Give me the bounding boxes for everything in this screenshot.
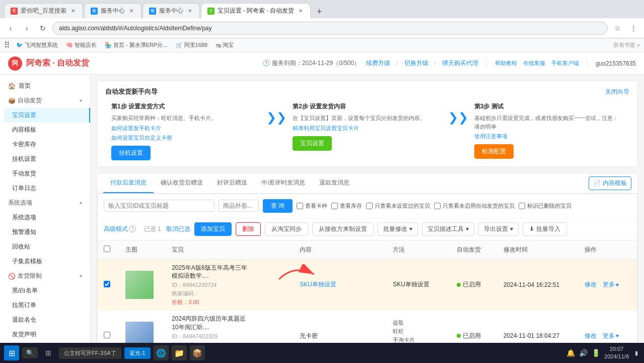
renew-link[interactable]: 续费升级	[366, 59, 390, 68]
taskbar-blue-btn[interactable]: 蓝光-1	[124, 347, 151, 359]
sidebar-item-recycle[interactable]: 回收站	[4, 239, 90, 254]
start-btn[interactable]: ⊞	[4, 345, 19, 360]
sidebar-item-order-log[interactable]: 订单日志	[4, 181, 90, 196]
row1-edit-btn[interactable]: 修改	[585, 281, 597, 288]
bookmark-1[interactable]: 🐦 飞鸿智慧系统	[14, 40, 60, 50]
bookmark-btn[interactable]: ☆	[611, 22, 624, 35]
proxy-link[interactable]: 绑天购买代理	[442, 59, 478, 68]
sidebar-item-refund-name[interactable]: 退款名仓	[4, 313, 90, 327]
delete-btn[interactable]: 删除	[236, 222, 261, 236]
help-link[interactable]: 帮助教程	[495, 59, 517, 67]
guide-step-2-btn[interactable]: 宝贝设置	[293, 136, 332, 151]
guide-step-2-link1[interactable]: 精准利用宝贝设置宝贝卡片	[293, 125, 442, 132]
search-input[interactable]	[104, 200, 214, 212]
checkbox-unset-input[interactable]	[366, 203, 373, 209]
tab-4-close[interactable]: ✕	[297, 8, 304, 15]
menu-btn[interactable]: ⋮	[627, 22, 640, 35]
mobile-link[interactable]: 手机客户端	[551, 59, 579, 67]
bookmark-5[interactable]: 🛍 淘宝	[213, 40, 236, 50]
sidebar-item-alert[interactable]: 预警通知	[4, 225, 90, 239]
sidebar-item-card-stock[interactable]: 卡密库存	[4, 137, 90, 152]
copy-from-taobao-btn[interactable]: 从淘宝同步	[265, 222, 308, 236]
row1-more-btn[interactable]: 更多 ▾	[603, 280, 619, 289]
tab-3-close[interactable]: ✕	[186, 8, 193, 15]
checkbox-disabled-input[interactable]	[434, 203, 441, 209]
sys-settings-header[interactable]: 系统选项 ▾	[0, 196, 90, 210]
tab-nav-pay-after[interactable]: 付款后发消息	[103, 173, 154, 193]
auto-delivery-header[interactable]: 📦 自动发货 ▾	[0, 93, 90, 108]
row1-check[interactable]	[98, 259, 119, 311]
select-all-checkbox[interactable]	[104, 246, 110, 252]
switch-upgrade-link[interactable]: 切换升级	[404, 59, 428, 68]
guide-step-1-btn[interactable]: 挂机设置	[111, 146, 151, 160]
sidebar-item-baobei[interactable]: 宝贝设置	[4, 108, 90, 123]
row2-edit-btn[interactable]: 修改	[585, 332, 597, 339]
row1-checkbox[interactable]	[104, 281, 110, 287]
sidebar-item-sys[interactable]: 系统选项	[4, 210, 90, 225]
delivery-limit-header[interactable]: 🚫 发货限制 ▾	[0, 269, 90, 283]
product-desc-tool-dropdown[interactable]: 宝贝描述工具 ▾	[422, 222, 474, 236]
guide-step-3-link1[interactable]: 使用注意事项	[474, 133, 623, 140]
tab-2[interactable]: 服 服务中心 ✕	[84, 3, 141, 18]
content-template-btn[interactable]: 📄 内容模板	[589, 176, 631, 190]
copy-settings-btn[interactable]: 从接收方来制设置	[312, 222, 374, 236]
taskbar-show-desktop[interactable]: ▮	[633, 349, 640, 357]
guide-step-3-btn[interactable]: 检测配置	[474, 144, 514, 159]
sidebar-item-home[interactable]: 🏠 首页	[0, 79, 90, 93]
tab-1[interactable]: 爱 爱你吧_百度搜索 ✕	[4, 3, 83, 18]
batch-import-btn[interactable]: ⬇ 批量导入	[523, 222, 567, 236]
sidebar-item-hang-settings[interactable]: 挂机设置	[4, 152, 90, 166]
refresh-btn[interactable]: ↻	[36, 22, 49, 35]
taskbar-task-view[interactable]: ⊞	[41, 345, 56, 360]
address-input[interactable]	[52, 22, 608, 35]
tab-nav-bad-review[interactable]: 中/差评时发消息	[254, 173, 312, 193]
tab-nav-confirm-after[interactable]: 确认收货后赠送	[154, 173, 210, 193]
back-btn[interactable]: ‹	[4, 22, 17, 35]
row2-checkbox[interactable]	[104, 332, 110, 338]
search-input-2[interactable]	[219, 200, 259, 212]
tab-nav-refund-msg[interactable]: 退款发消息	[312, 173, 356, 193]
guide-close-btn[interactable]: 关闭向导	[605, 88, 629, 96]
checkbox-card[interactable]: 查看卡种	[297, 202, 327, 210]
checkbox-unset[interactable]: 只查看未设置过的宝贝	[366, 202, 430, 210]
bookmark-4[interactable]: 🛒 阿里1688	[174, 40, 209, 50]
tab-4-active[interactable]: 宝 宝贝设置 - 阿奇索 · 自动发货 ✕	[201, 3, 311, 18]
add-product-btn[interactable]: 添加宝贝	[194, 222, 232, 236]
checkbox-deleted[interactable]: 标识已删除的宝贝	[519, 202, 571, 210]
sidebar-item-delivery-statement[interactable]: 发货声明	[4, 327, 90, 342]
apps-icon[interactable]: ⠿	[4, 40, 10, 50]
checkbox-card-input[interactable]	[297, 203, 303, 209]
sidebar-item-content-template[interactable]: 内容模板	[4, 123, 90, 137]
online-service-link[interactable]: 在线客服	[523, 59, 545, 67]
taskbar-app[interactable]: 📦	[190, 345, 205, 360]
row2-more-btn[interactable]: 更多 ▾	[603, 332, 619, 340]
guide-step-1-link1[interactable]: 如何设置发手机卡片	[111, 125, 260, 132]
taskbar-file[interactable]: 📁	[172, 345, 187, 360]
batch-modify-dropdown[interactable]: 批量修改 ▾	[378, 222, 418, 236]
sidebar-item-block-order[interactable]: 拉黑订单	[4, 298, 90, 313]
checkbox-stock-input[interactable]	[331, 203, 338, 209]
taskbar-search[interactable]: 🔍	[22, 347, 38, 358]
tab-3[interactable]: 服 服务中心 ✕	[142, 3, 200, 18]
taskbar-erp[interactable]: 公文转写开FF-3SA了	[59, 347, 121, 359]
cancel-select-btn[interactable]: 取消已选	[166, 225, 190, 232]
export-settings-dropdown[interactable]: 导出设置 ▾	[478, 222, 519, 236]
forward-btn[interactable]: ›	[20, 22, 33, 35]
search-btn[interactable]: 查 询	[263, 199, 293, 213]
new-tab-btn[interactable]: +	[313, 5, 326, 18]
advanced-link[interactable]: 高级模式 ?	[104, 225, 136, 233]
checkbox-deleted-input[interactable]	[519, 203, 525, 209]
sidebar-item-manual[interactable]: 手动发货	[4, 166, 90, 181]
sidebar-item-blacklist[interactable]: 黑/白名单	[4, 283, 90, 298]
checkbox-disabled[interactable]: 只查看未启用自动发货的宝贝	[434, 202, 515, 210]
tab-2-close[interactable]: ✕	[128, 8, 135, 15]
bookmark-2[interactable]: 🧠 智能店长	[64, 40, 99, 50]
sidebar-item-sub-template[interactable]: 子集卖模板	[4, 254, 90, 269]
tab-1-close[interactable]: ✕	[69, 8, 77, 15]
checkbox-stock[interactable]: 查看库存	[331, 202, 362, 210]
guide-step-1-link2[interactable]: 如何设置宝贝自定义卡密	[111, 134, 260, 142]
tab-nav-good-review[interactable]: 好评后赠送	[210, 173, 254, 193]
taskbar-chrome[interactable]: 🌐	[154, 345, 169, 360]
bookmark-3[interactable]: 🏪 首页 - 聚水潭ERP分...	[103, 40, 170, 50]
th-content: 内容	[294, 240, 387, 260]
